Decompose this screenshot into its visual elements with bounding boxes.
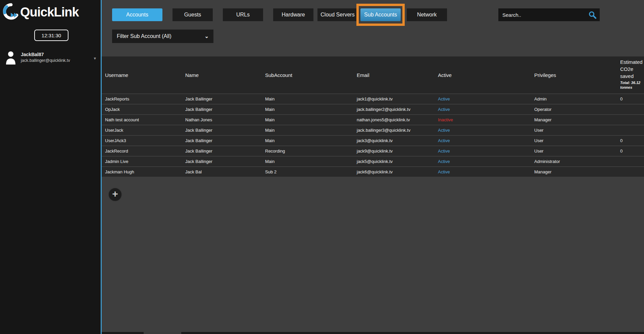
cell-active-status: Active	[435, 149, 531, 154]
column-header-username: Username	[102, 72, 182, 78]
user-name: JackBal87	[21, 52, 70, 57]
user-profile[interactable]: JackBal87 jack.ballinger@quicklink.tv ▾	[5, 51, 98, 67]
search-input[interactable]	[498, 12, 588, 18]
cell-username: JackRecord	[102, 149, 182, 154]
cell-email: jack1@quicklink.tv	[353, 96, 435, 101]
column-header-subaccount: SubAccount	[262, 72, 353, 78]
cell-privileges: Manager	[531, 117, 617, 122]
cell-co2e: 0	[617, 149, 644, 154]
cell-privileges: Admin	[531, 96, 617, 101]
column-header-active: Active	[435, 72, 531, 78]
column-header-co2e: Estimated CO2e saved Total: 36.12 tonnes	[617, 56, 642, 90]
co2e-title: Estimated CO2e saved	[620, 58, 642, 80]
cell-privileges: Administrator	[531, 159, 617, 164]
add-subaccount-button[interactable]: +	[108, 187, 122, 202]
subaccounts-table: Username Name SubAccount Email Active Pr…	[102, 56, 644, 177]
tab-hardware[interactable]: Hardware	[273, 8, 313, 21]
cell-email: nathan.jones5@quicklink.tv	[353, 117, 435, 122]
sidebar: QuickLink 12:31:30 JackBal87 jack.ballin…	[0, 0, 101, 334]
tab-accounts[interactable]: Accounts	[112, 8, 162, 21]
cell-username: UserJAck3	[102, 138, 182, 143]
co2e-total: Total: 36.12 tonnes	[620, 80, 644, 90]
filter-subaccount-dropdown[interactable]: Filter Sub Account (All) ⌄	[112, 30, 213, 43]
table-row[interactable]: Jadmin Live Jack Ballinger Main jack5@qu…	[102, 156, 644, 166]
table-row[interactable]: OpJack Jack Ballinger Main jack.ballinge…	[102, 104, 644, 114]
chevron-down-icon: ⌄	[204, 33, 209, 39]
filter-label: Filter Sub Account (All)	[117, 33, 204, 39]
cell-username: Jackman Hugh	[102, 169, 182, 174]
user-text: JackBal87 jack.ballinger@quicklink.tv	[21, 51, 70, 67]
cell-active-status: Active	[435, 107, 531, 112]
chevron-down-icon[interactable]: ▾	[94, 56, 96, 61]
column-header-name: Name	[182, 72, 262, 78]
cell-email: jack6@quicklink.tv	[353, 169, 435, 174]
table-body: JackReports Jack Ballinger Main jack1@qu…	[102, 93, 644, 177]
cell-email: jack9@quicklink.tv	[353, 149, 435, 154]
tab-urls[interactable]: URLs	[223, 8, 263, 21]
search-icon[interactable]	[588, 11, 596, 19]
cell-subaccount: Main	[262, 128, 353, 133]
table-row[interactable]: UserJAck3 Jack Ballinger Main jack3@quic…	[102, 135, 644, 145]
column-header-email: Email	[353, 72, 435, 78]
cell-name: Jack Ballinger	[182, 138, 262, 143]
table-row[interactable]: Jackman Hugh Jack Bal Sub 2 jack6@quickl…	[102, 166, 644, 177]
cell-active-status: Active	[435, 159, 531, 164]
table-header-row: Username Name SubAccount Email Active Pr…	[102, 56, 644, 93]
cell-privileges: User	[531, 138, 617, 143]
app-root: QuickLink 12:31:30 JackBal87 jack.ballin…	[0, 0, 644, 334]
brand-name: QuickLink	[20, 5, 79, 19]
cell-active-status: Active	[435, 169, 531, 174]
clock-display: 12:31:30	[34, 30, 68, 41]
cell-subaccount: Sub 2	[262, 169, 353, 174]
cell-email: jack.ballinger2@quicklink.tv	[353, 107, 435, 112]
search-box[interactable]	[498, 8, 600, 21]
cell-name: Jack Ballinger	[182, 159, 262, 164]
user-avatar-icon	[5, 51, 16, 65]
cell-active-status: Active	[435, 96, 531, 101]
cell-username: JackReports	[102, 96, 182, 101]
cell-username: OpJack	[102, 107, 182, 112]
scrollbar-thumb[interactable]	[144, 332, 181, 334]
cell-username: Jadmin Live	[102, 159, 182, 164]
table-row[interactable]: JackRecord Jack Ballinger Recording jack…	[102, 145, 644, 156]
cell-co2e: 0	[617, 138, 644, 143]
column-header-privileges: Privileges	[531, 72, 617, 78]
horizontal-scrollbar[interactable]	[102, 332, 644, 334]
cell-name: Jack Ballinger	[182, 149, 262, 154]
user-email: jack.ballinger@quicklink.tv	[21, 58, 70, 63]
cell-email: jack3@quicklink.tv	[353, 138, 435, 143]
quicklink-logo-icon	[2, 3, 20, 22]
cell-active-status: Active	[435, 138, 531, 143]
cell-subaccount: Main	[262, 138, 353, 143]
tab-guests[interactable]: Guests	[172, 8, 213, 21]
cell-privileges: Manager	[531, 169, 617, 174]
cell-name: Jack Bal	[182, 169, 262, 174]
tab-cloud-servers[interactable]: Cloud Servers	[317, 8, 358, 21]
cell-name: Jack Ballinger	[182, 128, 262, 133]
cell-active-status: Active	[435, 128, 531, 133]
table-row[interactable]: Nath test account Nathan Jones Main nath…	[102, 114, 644, 125]
tab-network[interactable]: Network	[407, 8, 447, 21]
cell-subaccount: Main	[262, 96, 353, 101]
cell-subaccount: Main	[262, 159, 353, 164]
table-row[interactable]: UserJack Jack Ballinger Main jack.ballin…	[102, 125, 644, 135]
cell-subaccount: Recording	[262, 149, 353, 154]
cell-privileges: Operator	[531, 107, 617, 112]
cell-privileges: User	[531, 149, 617, 154]
cell-name: Nathan Jones	[182, 117, 262, 122]
cell-subaccount: Main	[262, 117, 353, 122]
cell-email: jack.ballinger3@quicklink.tv	[353, 128, 435, 133]
cell-subaccount: Main	[262, 107, 353, 112]
cell-username: UserJack	[102, 128, 182, 133]
cell-email: jack5@quicklink.tv	[353, 159, 435, 164]
cell-name: Jack Ballinger	[182, 96, 262, 101]
cell-name: Jack Ballinger	[182, 107, 262, 112]
cell-privileges: User	[531, 128, 617, 133]
cell-co2e: 0	[617, 96, 644, 101]
tab-sub-accounts[interactable]: Sub Accounts	[360, 8, 401, 21]
logo-block: QuickLink	[0, 0, 101, 22]
cell-active-status: Inactive	[435, 117, 531, 122]
table-row[interactable]: JackReports Jack Ballinger Main jack1@qu…	[102, 93, 644, 104]
cell-username: Nath test account	[102, 117, 182, 122]
